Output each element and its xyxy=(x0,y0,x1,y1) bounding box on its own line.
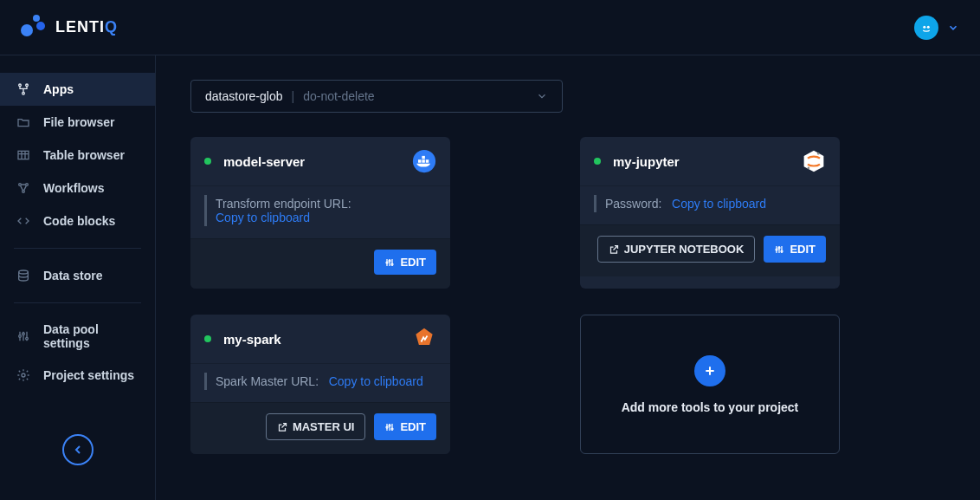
open-master-ui-button[interactable]: MASTER UI xyxy=(266,413,366,440)
selector-separator: | xyxy=(292,89,295,103)
svg-point-2 xyxy=(927,25,930,28)
sidebar-item-code-blocks[interactable]: Code blocks xyxy=(0,205,155,237)
svg-point-7 xyxy=(19,184,22,186)
open-jupyter-button[interactable]: JUPYTER NOTEBOOK xyxy=(597,236,756,263)
svg-point-22 xyxy=(391,263,393,265)
svg-point-0 xyxy=(919,20,934,35)
status-dot-running xyxy=(594,158,601,165)
topbar: LENTIQ xyxy=(0,0,980,55)
card-title: my-jupyter xyxy=(613,154,680,169)
button-label: MASTER UI xyxy=(293,420,355,433)
svg-point-5 xyxy=(23,92,25,94)
selector-secondary: do-not-delete xyxy=(303,89,375,103)
logo-mark-icon xyxy=(21,15,47,41)
brand-text: LENTIQ xyxy=(55,18,118,36)
collapse-sidebar-button[interactable] xyxy=(62,434,93,465)
svg-point-25 xyxy=(808,167,810,170)
add-tool-card[interactable]: Add more tools to your project xyxy=(580,315,840,454)
database-icon xyxy=(16,268,31,283)
svg-point-30 xyxy=(386,426,388,428)
sidebar-item-label: Project settings xyxy=(43,368,134,382)
info-label: Transform endpoint URL: xyxy=(216,197,428,211)
chevron-down-icon xyxy=(536,90,548,102)
sidebar-item-workflows[interactable]: Workflows xyxy=(0,172,155,205)
workflows-icon xyxy=(16,180,31,196)
selector-primary: datastore-glob xyxy=(205,89,283,103)
status-dot-running xyxy=(204,158,211,165)
svg-point-8 xyxy=(26,184,29,186)
svg-point-10 xyxy=(19,270,29,274)
status-dot-running xyxy=(204,335,211,342)
svg-rect-19 xyxy=(422,156,425,159)
copy-to-clipboard-link[interactable]: Copy to clipboard xyxy=(216,211,428,224)
sidebar-item-file-browser[interactable]: File browser xyxy=(0,106,155,139)
edit-button[interactable]: EDIT xyxy=(764,236,826,263)
svg-marker-23 xyxy=(804,151,824,172)
svg-point-24 xyxy=(817,153,820,155)
spark-icon xyxy=(412,327,436,351)
svg-rect-6 xyxy=(18,151,29,159)
svg-rect-17 xyxy=(422,159,425,163)
info-label: Spark Master URL: xyxy=(216,374,319,388)
sidebar-item-label: Table browser xyxy=(43,148,125,162)
app-card-my-jupyter: my-jupyter Password: Copy to clipboard J… xyxy=(580,137,840,289)
svg-point-27 xyxy=(778,247,780,249)
svg-point-20 xyxy=(386,262,388,263)
svg-marker-29 xyxy=(416,328,432,345)
code-icon xyxy=(16,213,31,229)
sidebar-item-label: Code blocks xyxy=(43,214,115,228)
sidebar-item-label: Apps xyxy=(43,82,74,96)
svg-point-4 xyxy=(26,84,29,87)
docker-icon xyxy=(412,149,436,173)
sliders-icon xyxy=(16,328,31,344)
project-selector[interactable]: datastore-glob | do-not-delete xyxy=(190,80,563,113)
sidebar-item-data-pool-settings[interactable]: Data pool settings xyxy=(0,314,155,359)
jupyter-icon xyxy=(802,149,826,173)
svg-point-26 xyxy=(776,249,777,250)
svg-point-21 xyxy=(389,260,390,262)
sidebar-item-data-store[interactable]: Data store xyxy=(0,259,155,292)
sidebar-item-label: Data store xyxy=(43,269,102,282)
svg-point-12 xyxy=(23,333,25,335)
button-label: EDIT xyxy=(400,420,426,433)
card-title: model-server xyxy=(223,154,305,169)
svg-point-32 xyxy=(391,428,393,430)
sidebar: Apps File browser Table browser Workflow… xyxy=(0,55,156,500)
button-label: JUPYTER NOTEBOOK xyxy=(624,243,745,256)
edit-button[interactable]: EDIT xyxy=(374,413,436,440)
copy-to-clipboard-link[interactable]: Copy to clipboard xyxy=(672,197,766,211)
svg-rect-18 xyxy=(426,159,429,163)
avatar xyxy=(914,16,938,40)
sidebar-item-project-settings[interactable]: Project settings xyxy=(0,359,155,392)
copy-to-clipboard-link[interactable]: Copy to clipboard xyxy=(329,374,423,388)
apps-icon xyxy=(16,81,31,97)
user-menu[interactable] xyxy=(914,16,959,40)
table-icon xyxy=(16,147,31,163)
svg-point-11 xyxy=(19,335,22,338)
app-card-my-spark: my-spark Spark Master URL: Copy to clipb… xyxy=(190,315,450,454)
edit-button[interactable]: EDIT xyxy=(374,250,436,275)
sidebar-item-table-browser[interactable]: Table browser xyxy=(0,139,155,172)
plus-icon[interactable] xyxy=(694,355,725,386)
sidebar-item-label: File browser xyxy=(43,115,114,129)
button-label: EDIT xyxy=(400,256,426,269)
svg-point-3 xyxy=(19,84,22,87)
divider xyxy=(14,248,141,249)
svg-point-31 xyxy=(389,425,390,426)
chevron-down-icon xyxy=(947,22,959,34)
app-card-model-server: model-server Transform endpoint URL: Cop… xyxy=(190,137,450,289)
svg-point-9 xyxy=(23,191,25,193)
svg-point-13 xyxy=(26,337,29,340)
sidebar-item-apps[interactable]: Apps xyxy=(0,73,155,106)
svg-point-1 xyxy=(923,25,925,28)
svg-rect-16 xyxy=(418,159,422,163)
main-content: datastore-glob | do-not-delete model-ser… xyxy=(156,55,980,500)
sidebar-item-label: Data pool settings xyxy=(43,322,139,350)
divider xyxy=(14,302,141,303)
folder-icon xyxy=(16,114,31,130)
brand-logo[interactable]: LENTIQ xyxy=(21,15,118,41)
svg-point-28 xyxy=(781,250,783,252)
svg-point-14 xyxy=(22,373,25,377)
sidebar-item-label: Workflows xyxy=(43,181,105,195)
card-title: my-spark xyxy=(223,332,281,347)
